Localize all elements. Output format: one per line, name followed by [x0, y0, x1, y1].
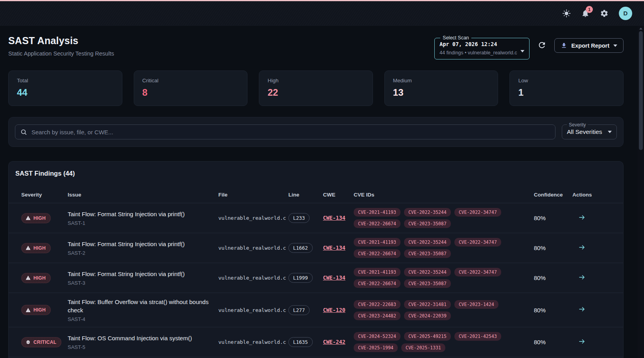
page-header: SAST Analysis Static Application Securit…: [8, 35, 624, 59]
file-name: vulnerable_realworld.c: [218, 307, 281, 313]
cve-list: CVE-2024-52324CVE-2025-49215CVE-2021-425…: [354, 332, 527, 352]
file-name: vulnerable_realworld.c: [218, 339, 281, 345]
search-section: Severity All Severities: [8, 117, 624, 147]
sun-icon: [562, 9, 571, 18]
scrollbar-thumb[interactable]: [639, 31, 643, 150]
warning-icon: [26, 215, 31, 221]
severity-badge: CRITICAL: [21, 337, 61, 347]
findings-title: SAST Findings (44): [9, 170, 623, 177]
scan-select-label: Select Scan: [440, 35, 471, 41]
notifications-button[interactable]: 1: [581, 9, 590, 18]
cve-list: CVE-2021-41193CVE-2022-35244CVE-2022-347…: [354, 208, 527, 228]
confidence-value: 80%: [534, 307, 565, 313]
cve-badge: CVE-2022-26674: [354, 249, 400, 258]
cwe-link[interactable]: CWE-242: [323, 339, 345, 345]
settings-button[interactable]: [600, 9, 609, 18]
scan-select[interactable]: Select Scan Apr 07, 2026 12:24 44 findin…: [434, 35, 530, 59]
severity-label: HIGH: [33, 245, 46, 251]
line-badge: L1662: [288, 243, 313, 253]
severity-badge: HIGH: [21, 213, 51, 223]
column-header-file: File: [218, 192, 281, 198]
stat-card-critical: Critical 8: [134, 70, 248, 106]
theme-toggle-button[interactable]: [562, 9, 571, 18]
cwe-link[interactable]: CWE-134: [323, 215, 345, 221]
chevron-down-icon: [613, 45, 617, 47]
file-name: vulnerable_realworld.c: [218, 245, 281, 251]
chevron-down-icon: [520, 50, 524, 52]
table-row: CRITICAL Taint Flow: OS Command Injectio…: [9, 327, 623, 357]
stats-row: Total 44 Critical 8 High 22 Medium 13 Lo…: [8, 70, 624, 106]
cve-badge: CVE-2022-26674: [354, 279, 400, 288]
row-detail-arrow-button[interactable]: [572, 273, 586, 281]
severity-badge: HIGH: [21, 243, 51, 253]
line-badge: L277: [288, 305, 310, 315]
page-scrollbar[interactable]: [638, 26, 644, 358]
severity-badge: HIGH: [21, 305, 51, 315]
stat-label: Low: [518, 78, 615, 83]
issue-title: Taint Flow: Format String Injection via …: [68, 270, 211, 278]
bug-icon: [26, 339, 31, 345]
issue-id: SAST-3: [68, 280, 211, 286]
arrow-right-icon: [578, 243, 586, 251]
cve-badge: CVE-2022-35244: [404, 268, 451, 276]
export-report-button[interactable]: Export Report: [554, 38, 624, 53]
cve-badge: CVE-2022-35244: [404, 238, 451, 247]
export-report-label: Export Report: [571, 43, 609, 49]
cve-badge: CVE-2022-22683: [354, 300, 400, 309]
issue-title: Taint Flow: OS Command Injection via sys…: [68, 334, 211, 342]
table-row: HIGH Taint Flow: Format String Injection…: [9, 203, 623, 233]
arrow-right-icon: [578, 338, 586, 345]
page-subtitle: Static Application Security Testing Resu…: [8, 50, 114, 57]
arrow-right-icon: [578, 213, 586, 221]
stat-label: Medium: [393, 78, 490, 83]
cve-list: CVE-2021-41193CVE-2022-35244CVE-2022-347…: [354, 238, 527, 258]
file-name: vulnerable_realworld.c: [218, 215, 281, 221]
cve-badge: CVE-2022-34747: [454, 268, 501, 276]
severity-filter-value: All Severities: [567, 128, 602, 135]
cwe-link[interactable]: CWE-120: [323, 307, 345, 313]
stat-label: Critical: [142, 78, 239, 83]
severity-label: CRITICAL: [33, 339, 56, 345]
cve-badge: CVE-2023-1424: [454, 300, 498, 309]
topbar: 1 D: [0, 1, 644, 26]
severity-filter-label: Severity: [567, 122, 588, 128]
gear-icon: [600, 9, 609, 18]
user-avatar[interactable]: D: [619, 7, 632, 20]
confidence-value: 80%: [534, 339, 565, 345]
row-detail-arrow-button[interactable]: [572, 305, 586, 313]
column-header-actions: Actions: [572, 192, 596, 198]
row-detail-arrow-button[interactable]: [572, 243, 586, 251]
cve-list: CVE-2022-22683CVE-2022-31481CVE-2023-142…: [354, 300, 527, 320]
severity-filter[interactable]: Severity All Severities: [562, 122, 617, 139]
issue-id: SAST-4: [68, 316, 211, 322]
cwe-link[interactable]: CWE-134: [323, 275, 345, 281]
line-badge: L1635: [288, 337, 313, 347]
cwe-link[interactable]: CWE-134: [323, 245, 345, 251]
search-input[interactable]: [31, 129, 550, 135]
cve-badge: CVE-2024-22039: [404, 312, 451, 320]
stat-value: 22: [268, 87, 364, 98]
column-header-issue: Issue: [68, 192, 211, 198]
column-header-cve-ids: CVE IDs: [354, 192, 527, 198]
confidence-value: 80%: [534, 275, 565, 281]
severity-label: HIGH: [33, 275, 46, 281]
main-content: SAST Analysis Static Application Securit…: [0, 35, 644, 358]
row-detail-arrow-button[interactable]: [572, 338, 586, 345]
cve-badge: CVE-2024-52324: [354, 332, 400, 341]
page-title: SAST Analysis: [8, 35, 114, 46]
stat-value: 13: [393, 87, 490, 98]
stat-card-total: Total 44: [8, 70, 122, 106]
file-name: vulnerable_realworld.c: [218, 275, 281, 281]
row-detail-arrow-button[interactable]: [572, 213, 586, 221]
refresh-icon: [537, 41, 546, 50]
findings-table-body: HIGH Taint Flow: Format String Injection…: [9, 203, 623, 357]
warning-icon: [26, 275, 31, 280]
issue-title: Taint Flow: Format String Injection via …: [68, 210, 211, 218]
scan-select-meta: 44 findings • vulnerable_realworld.c: [439, 50, 524, 56]
arrow-right-icon: [578, 305, 586, 313]
scrollbar-up-arrow[interactable]: [639, 28, 642, 30]
cve-badge: CVE-2021-41193: [354, 238, 400, 247]
refresh-button[interactable]: [537, 41, 546, 51]
stat-card-medium: Medium 13: [384, 70, 498, 106]
stat-card-low: Low 1: [509, 70, 624, 106]
